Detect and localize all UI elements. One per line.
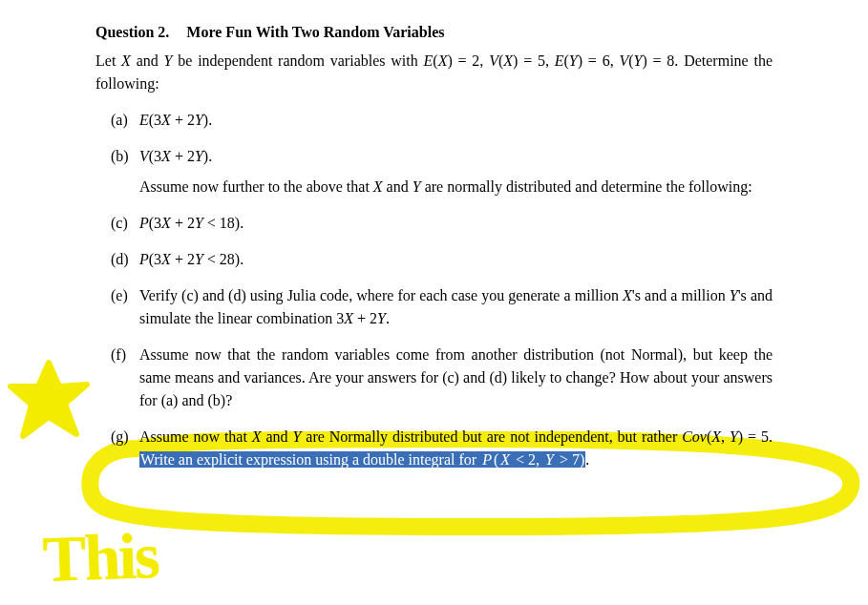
part-marker: (d) — [111, 248, 139, 271]
part-body: V(3X + 2Y).Assume now further to the abo… — [139, 145, 773, 198]
question-part: (b)V(3X + 2Y).Assume now further to the … — [111, 145, 773, 198]
handwritten-annotation: This — [42, 518, 159, 597]
part-marker: (e) — [111, 284, 139, 330]
document-page: Question 2. More Fun With Two Random Var… — [0, 0, 868, 490]
question-title: More Fun With Two Random Variables — [186, 24, 444, 40]
part-marker: (a) — [111, 109, 139, 132]
part-subnote: Assume now further to the above that X a… — [139, 176, 773, 198]
question-intro: Let X and Y be independent random variab… — [95, 50, 773, 95]
part-marker: (f) — [111, 344, 139, 412]
question-part: (g)Assume now that X and Y are Normally … — [111, 426, 773, 471]
question-part: (e)Verify (c) and (d) using Julia code, … — [111, 284, 773, 330]
question-number: Question 2. — [95, 24, 169, 40]
question-parts-list: (a)E(3X + 2Y).(b)V(3X + 2Y).Assume now f… — [95, 109, 773, 471]
part-marker: (g) — [111, 426, 139, 471]
part-body: E(3X + 2Y). — [139, 109, 773, 132]
question-part: (f)Assume now that the random variables … — [111, 344, 773, 412]
part-marker: (c) — [111, 212, 139, 235]
part-marker: (b) — [111, 145, 139, 198]
part-body: Assume now that the random variables com… — [139, 344, 773, 412]
question-part: (d)P(3X + 2Y < 28). — [111, 248, 773, 271]
question-header: Question 2. More Fun With Two Random Var… — [95, 21, 773, 44]
question-part: (a)E(3X + 2Y). — [111, 109, 773, 132]
part-body: Verify (c) and (d) using Julia code, whe… — [139, 284, 773, 330]
part-body: Assume now that X and Y are Normally dis… — [139, 426, 773, 471]
part-body: P(3X + 2Y < 18). — [139, 212, 773, 235]
question-part: (c)P(3X + 2Y < 18). — [111, 212, 773, 235]
part-body: P(3X + 2Y < 28). — [139, 248, 773, 271]
